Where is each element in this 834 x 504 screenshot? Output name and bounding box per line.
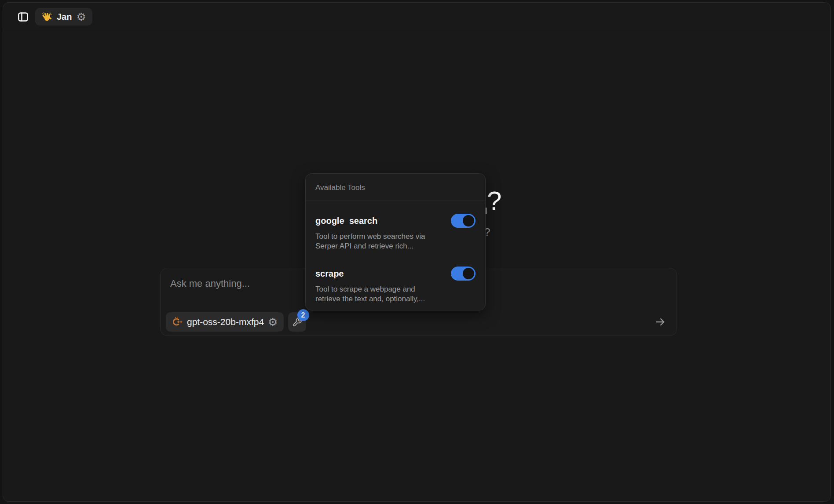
header: Jan ⚙ (3, 3, 830, 31)
llamacpp-icon (172, 316, 183, 328)
model-settings-gear-icon[interactable]: ⚙ (268, 317, 278, 328)
tool-description: Tool to perform web searches via Serper … (315, 232, 476, 251)
popover-header: Available Tools (306, 174, 485, 201)
tool-description: Tool to scrape a webpage and retrieve th… (315, 285, 476, 303)
workspace-chip[interactable]: Jan ⚙ (35, 8, 92, 26)
composer-toolbar: gpt-oss-20b-mxfp4 ⚙ 2 (166, 312, 671, 332)
popover-title: Available Tools (315, 183, 476, 192)
popover-body: google_search Tool to perform web search… (306, 214, 485, 303)
waving-hand-icon (41, 11, 52, 22)
app-window: Jan ⚙ ? ? gpt-oss-20b-mxfp4 ⚙ (3, 2, 831, 502)
tool-toggle-google-search[interactable] (451, 214, 476, 228)
panel-left-icon (17, 11, 29, 23)
hero-heading-fragment: ? (487, 188, 501, 214)
tools-button[interactable]: 2 (288, 312, 306, 332)
tools-count-badge: 2 (297, 309, 309, 321)
model-name: gpt-oss-20b-mxfp4 (187, 317, 264, 327)
send-button[interactable] (654, 315, 667, 329)
tool-name: scrape (315, 269, 344, 279)
app-title: Jan (57, 12, 72, 22)
tool-name: google_search (315, 216, 377, 226)
arrow-right-icon (654, 316, 666, 328)
toggle-knob (463, 268, 474, 279)
tool-row-google-search: google_search Tool to perform web search… (315, 214, 476, 251)
tool-row-scrape: scrape Tool to scrape a webpage and retr… (315, 267, 476, 303)
gear-icon[interactable]: ⚙ (76, 11, 86, 22)
sidebar-toggle-button[interactable] (17, 11, 29, 23)
tool-toggle-scrape[interactable] (451, 267, 476, 281)
model-selector[interactable]: gpt-oss-20b-mxfp4 ⚙ (166, 312, 284, 332)
toggle-knob (463, 215, 474, 226)
available-tools-popover: Available Tools google_search Tool to pe… (305, 173, 486, 310)
